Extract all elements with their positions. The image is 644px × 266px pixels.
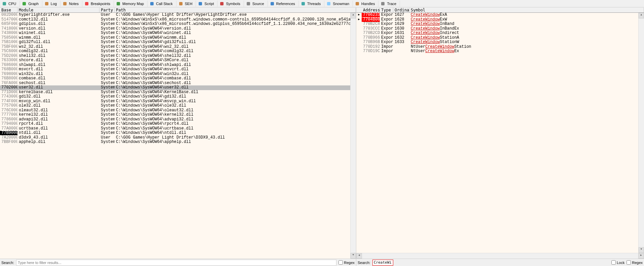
source-icon (246, 1, 251, 6)
symbol-row[interactable]: 7703CCC0Export1630CreateWindowInBandEx (356, 27, 638, 31)
col-ordinal[interactable]: Ordinal (393, 8, 409, 12)
module-row[interactable]: 768B0000msvcrt.dllSystemC:\Windows\SysWO… (0, 67, 350, 72)
regex-checkbox-input[interactable] (338, 260, 343, 265)
col-path[interactable]: Path (115, 8, 356, 12)
module-row[interactable]: 776C0000oleaut32.dllSystemC:\Windows\Sys… (0, 108, 350, 113)
symbol-row[interactable]: 770D19C0ImportNtUserCreateWindowEx (356, 49, 638, 54)
scroll-down-icon[interactable]: ▼ (639, 247, 644, 253)
symbol-row[interactable]: 770B2C80Export1629CreateWindowInBand (356, 22, 638, 27)
col-symbol[interactable]: Symbol (409, 8, 644, 12)
tab-script[interactable]: Script (196, 1, 217, 7)
threads-icon (301, 1, 306, 6)
module-base: 76FA0000 (0, 81, 17, 85)
col-type[interactable]: Type (380, 8, 393, 12)
module-base: 768B0000 (0, 67, 17, 72)
scroll-right-icon[interactable]: ▶ (638, 253, 644, 259)
module-row[interactable]: 75D20000shell32.dllSystemC:\Windows\SysW… (0, 54, 350, 59)
module-row[interactable]: 74380000wininet.dllSystemC:\Windows\SysW… (0, 31, 350, 36)
tab-graph[interactable]: Graph (20, 1, 42, 7)
tab-symbols[interactable]: Symbols (217, 1, 244, 7)
tab-seh[interactable]: SEH (176, 1, 196, 7)
search-input-modules[interactable] (16, 260, 336, 266)
module-row[interactable]: 002D0000hyperlightdrifter.exeUserC:\GOG … (0, 13, 350, 17)
symbol-row[interactable]: ▶7704B080Export1628CreateWindowExW (356, 17, 638, 22)
symbol-row[interactable]: 770B9660Export1632CreateWindowStationA (356, 36, 638, 40)
module-row[interactable]: 76860000shlwapi.dllSystemC:\Windows\SysW… (0, 63, 350, 68)
col-address[interactable]: Address (362, 8, 380, 12)
module-row[interactable]: 77770000kernel32.dllSystemC:\Windows\Sys… (0, 113, 350, 117)
callstack-icon (150, 1, 154, 6)
symbol-row[interactable]: 770D1920ImportNtUserCreateWindowStation (356, 45, 638, 49)
module-row[interactable]: 7BBF0000apphelp.dllSystemC:\Windows\SysW… (0, 140, 350, 145)
regex-checkbox-modules[interactable]: Regex (338, 260, 355, 265)
module-row[interactable]: 76B80000combase.dllSystemC:\Windows\SysW… (0, 76, 350, 81)
lock-checkbox[interactable]: Lock (611, 260, 625, 265)
tab-label: Script (204, 2, 214, 6)
scroll-up-icon[interactable]: ▲ (639, 13, 644, 18)
module-row[interactable]: 77A00000ucrtbase.dllSystemC:\Windows\Sys… (0, 126, 350, 131)
symbol-row[interactable]: ▶77062330Export1627CreateWindowExA (356, 13, 638, 17)
col-party[interactable]: Party (99, 8, 115, 12)
module-base: 75C60000 (0, 49, 17, 53)
module-row[interactable]: 76980000win32u.dllSystemC:\Windows\SysWO… (0, 72, 350, 77)
scroll-up-icon[interactable]: ▲ (351, 13, 356, 18)
module-row[interactable]: 51470000comctl32.dllSystemC:\Windows\Win… (0, 17, 350, 22)
regex-checkbox-symbols[interactable]: Regex (627, 260, 643, 265)
symbol-row[interactable]: 770B2CD0Export1631CreateWindowIndirect (356, 31, 638, 36)
tab-references[interactable]: References (268, 1, 299, 7)
module-row[interactable]: 75850000winmm.dllSystemC:\Windows\SysWOW… (0, 36, 350, 40)
search-input-symbols[interactable] (372, 260, 393, 266)
lock-checkbox-input[interactable] (611, 260, 616, 265)
symbol-row[interactable]: 770B96B0Export1633CreateWindowStationW (356, 40, 638, 45)
scroll-track[interactable] (351, 18, 356, 253)
tab-snowman[interactable]: Snowman (324, 1, 353, 7)
module-row[interactable]: 75C60000comdlg32.dllSystemC:\Windows\Sys… (0, 49, 350, 54)
match-highlight: CreateWindow (411, 17, 440, 22)
scrollbar-vertical[interactable]: ▲ ▼ (350, 13, 356, 259)
module-row[interactable]: 771D0000kernelbase.dllSystemC:\Windows\S… (0, 90, 350, 95)
module-row[interactable]: 77860000advapi32.dllSystemC:\Windows\Sys… (0, 117, 350, 122)
scroll-left-icon[interactable]: ◀ (356, 253, 362, 259)
module-name: gdi32full.dll (17, 40, 99, 44)
scroll-down-icon[interactable]: ▼ (351, 253, 356, 259)
module-row[interactable]: 7A200000d3dx9_43.dllUserC:\GOG Games\Hyp… (0, 136, 350, 140)
match-highlight: CreateWindow (411, 13, 440, 17)
module-row[interactable]: 75BF0000ws2_32.dllSystemC:\Windows\SysWO… (0, 45, 350, 49)
scrollbar-horizontal[interactable]: ◀ ▶ (356, 253, 644, 259)
module-base: 76980000 (0, 72, 17, 76)
module-row[interactable]: 77570000ole32.dllSystemC:\Windows\SysWOW… (0, 104, 350, 108)
tab-breakpoints[interactable]: Breakpoints (82, 1, 114, 7)
module-row[interactable]: 76FA0000sechost.dllSystemC:\Windows\SysW… (0, 81, 350, 86)
match-highlight: CreateWindow (411, 31, 440, 35)
module-row[interactable]: 77B90000ntdll.dllSystemC:\Windows\SysWOW… (0, 131, 350, 136)
module-row[interactable]: 77020000user32.dllSystemC:\Windows\SysWO… (0, 85, 350, 90)
col-module[interactable]: Module (17, 8, 99, 12)
module-path: C:\Windows\SysWOW64\shlwapi.dll (115, 63, 350, 67)
module-party: System (99, 126, 115, 131)
tab-log[interactable]: Log (42, 1, 61, 7)
tab-threads[interactable]: Threads (299, 1, 324, 7)
tab-call-stack[interactable]: Call Stack (148, 1, 176, 7)
module-party: System (99, 27, 115, 31)
module-base: 51470000 (0, 17, 17, 22)
tab-handles[interactable]: Handles (353, 1, 378, 7)
tab-cpu[interactable]: CPU (0, 1, 20, 7)
tab-trace[interactable]: Trace (378, 1, 400, 7)
scroll-track[interactable] (639, 18, 644, 247)
module-row[interactable]: 74180000version.dllSystemC:\Windows\SysW… (0, 27, 350, 31)
module-base: 76860000 (0, 63, 17, 67)
module-row[interactable]: 77940000rpcrt4.dllSystemC:\Windows\SysWO… (0, 122, 350, 126)
tab-source[interactable]: Source (244, 1, 268, 7)
tab-notes[interactable]: Notes (61, 1, 82, 7)
module-row[interactable]: 77430000gdi32.dllSystemC:\Windows\SysWOW… (0, 94, 350, 99)
symbols-table[interactable]: ▶77062330Export1627CreateWindowExA▶7704B… (356, 13, 638, 253)
modules-table[interactable]: 002D0000hyperlightdrifter.exeUserC:\GOG … (0, 13, 350, 259)
tab-memory-map[interactable]: Memory Map (114, 1, 148, 7)
module-row[interactable]: 75B10000gdi32full.dllSystemC:\Windows\Sy… (0, 40, 350, 45)
module-row[interactable]: 76330000shcore.dllSystemC:\Windows\SysWO… (0, 58, 350, 63)
module-row[interactable]: 685F0000gdiplus.dllSystemC:\Windows\WinS… (0, 22, 350, 27)
col-base[interactable]: Base (0, 8, 17, 12)
regex-checkbox-input[interactable] (627, 260, 631, 265)
module-row[interactable]: 774F0000msvcp_win.dllSystemC:\Windows\Sy… (0, 99, 350, 104)
scrollbar-vertical-symbols[interactable]: ▲ ▼ (638, 13, 644, 253)
